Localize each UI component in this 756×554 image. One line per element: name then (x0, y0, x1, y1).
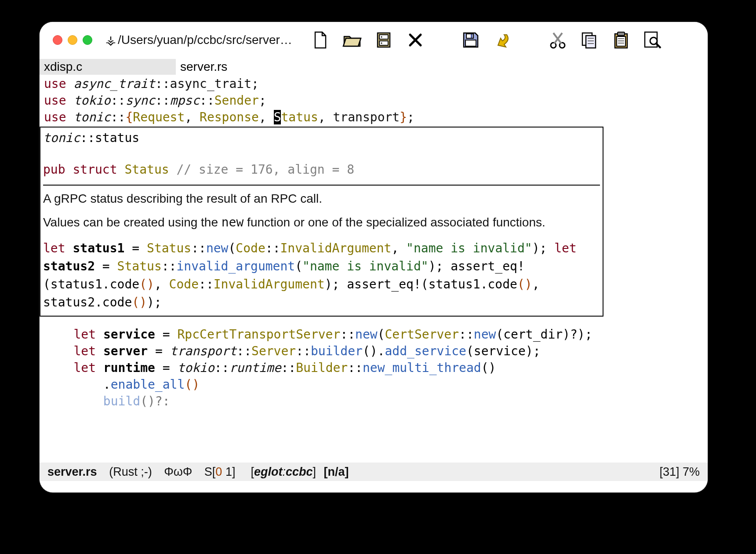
dired-icon[interactable] (374, 29, 393, 51)
titlebar: ⚶ /Users/yuan/p/ccbc/src/server… (40, 22, 708, 58)
code-text: = (95, 259, 117, 273)
type-name: Status (124, 162, 169, 177)
paren: () (185, 377, 200, 392)
type-name: Server (251, 344, 296, 358)
paste-icon[interactable] (611, 29, 631, 51)
keyword: let (73, 344, 96, 358)
code-text: ; (407, 110, 414, 124)
new-file-icon[interactable] (311, 29, 330, 51)
doc-signature: pub struct Status // size = 176, align =… (43, 161, 600, 179)
code-text: (). (363, 344, 385, 358)
keyword: use (44, 110, 66, 124)
var-name: runtime (103, 361, 155, 375)
code-text: () (481, 361, 496, 375)
svg-point-4 (381, 42, 382, 44)
title-path-text: /Users/yuan/p/ccbc/src/server… (118, 33, 292, 47)
macro: assert_eq! (451, 259, 525, 273)
code-editor-continued[interactable]: let service = RpcCertTransportServer::ne… (40, 326, 708, 410)
brace: } (400, 110, 407, 124)
window-controls (53, 35, 92, 45)
path-seg: tonic (43, 131, 80, 145)
code-text: (status1.code (421, 277, 517, 292)
keyword: pub (43, 162, 65, 177)
macro: assert_eq! (347, 277, 421, 292)
toolbar (311, 29, 701, 51)
keyword: use (44, 93, 66, 108)
path-seg: mpsc (170, 93, 200, 108)
code-text: , (532, 277, 540, 292)
fn-name: enable_all (111, 377, 185, 392)
modeline-buffer-name: server.rs (47, 465, 97, 479)
type-name: Builder (296, 361, 348, 375)
paren: () (132, 295, 147, 310)
minimize-window-button[interactable] (68, 35, 77, 45)
path-seg: async_trait (73, 77, 155, 91)
ident: transport (333, 110, 400, 124)
svg-rect-11 (586, 36, 596, 48)
code-text: , (154, 277, 169, 292)
path-seg: sync (125, 93, 155, 108)
code-text: (cert_dir)? (496, 327, 577, 342)
path-seg: runtime (229, 361, 281, 375)
paren: () (517, 277, 532, 292)
fn-name: new (474, 327, 496, 342)
doc-paragraph: Values can be created using the new func… (43, 214, 600, 231)
code-text: ::status (80, 131, 139, 145)
keyword: let (554, 241, 577, 255)
tab-xdisp[interactable]: xdisp.c (40, 59, 176, 75)
fn-name: builder (311, 344, 363, 358)
keyword: use (44, 77, 66, 91)
svg-rect-1 (379, 35, 388, 39)
modeline-major-mode: (Rust ;-) (109, 465, 152, 479)
code-text: ); (429, 259, 443, 273)
undo-icon[interactable] (493, 29, 512, 51)
type-name: Sender (214, 93, 259, 108)
modeline[interactable]: server.rs (Rust ;-) ΦωΦ S[0 1] [eglot:cc… (40, 463, 708, 481)
hover-doc-popup: tonic::status pub struct Status // size … (40, 127, 603, 317)
type-name: tatus (281, 110, 318, 124)
comment: // size = 176, align = 8 (176, 162, 354, 177)
title-path: ⚶ /Users/yuan/p/ccbc/src/server… (105, 33, 292, 47)
open-folder-icon[interactable] (342, 29, 362, 51)
path-seg: tokio (177, 361, 214, 375)
kill-buffer-icon[interactable] (406, 29, 425, 51)
paren: () (139, 277, 154, 292)
vc-branch-icon: ⚶ (105, 33, 116, 47)
code-text: ()?: (140, 394, 170, 408)
code-text: = (155, 327, 178, 342)
editor-window: ⚶ /Users/yuan/p/ccbc/src/server… (40, 22, 708, 492)
code-editor[interactable]: use async_trait::async_trait; use tokio:… (40, 76, 708, 126)
path-seg: tokio (73, 93, 110, 108)
fn-name: add_service (385, 344, 466, 358)
zoom-window-button[interactable] (83, 35, 92, 45)
save-icon[interactable] (461, 29, 480, 51)
doc-divider (43, 185, 600, 186)
search-icon[interactable] (643, 29, 662, 51)
svg-rect-16 (618, 32, 625, 36)
doc-path: tonic::status (43, 129, 600, 147)
fn-name: new_multi_thread (363, 361, 481, 375)
code-text: ); (578, 327, 592, 342)
keyword: let (73, 361, 96, 375)
doc-text: Values can be created using the (43, 215, 222, 229)
cut-icon[interactable] (548, 29, 567, 51)
keyword: struct (73, 162, 117, 177)
fn-name: new (206, 241, 229, 255)
modeline-eglot: [eglot:ccbc] (251, 465, 316, 479)
tab-server[interactable]: server.rs (176, 59, 236, 75)
fn-name: new (355, 327, 378, 342)
svg-rect-7 (471, 34, 472, 38)
close-window-button[interactable] (53, 35, 62, 45)
code-text: ::async_trait; (155, 77, 259, 91)
copy-icon[interactable] (580, 29, 599, 51)
modeline-position: [31] 7% (659, 465, 700, 479)
doc-paragraph: A gRPC status describing the result of a… (43, 190, 600, 208)
type-name: RpcCertTransportServer (177, 327, 340, 342)
type-name: Request (133, 110, 185, 124)
path-seg: tonic (73, 110, 110, 124)
code-text: (service); (466, 344, 541, 358)
type-name: CertServer (385, 327, 459, 342)
var-name: service (103, 327, 155, 342)
type-name: Response (200, 110, 259, 124)
code-text: (status1.code (43, 277, 139, 292)
